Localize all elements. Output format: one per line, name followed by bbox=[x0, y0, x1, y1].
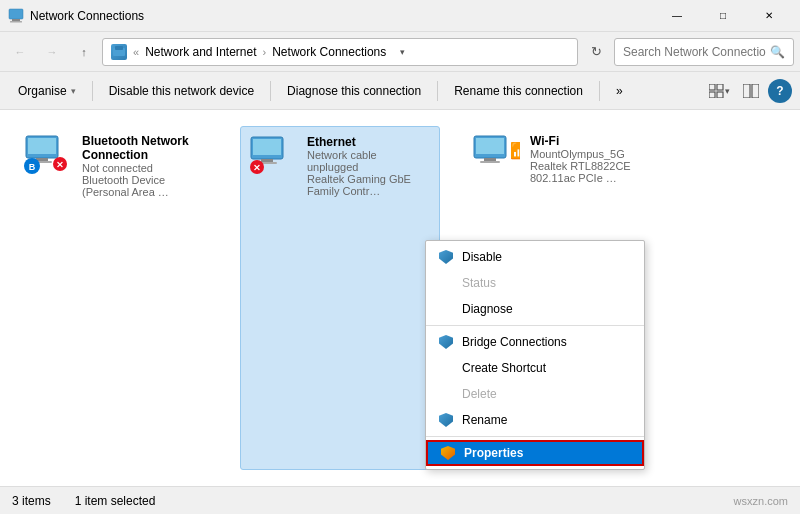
view-toggle-button[interactable]: ▾ bbox=[704, 77, 734, 105]
bluetooth-network-item[interactable]: B ✕ Bluetooth Network Connection Not con… bbox=[16, 126, 216, 470]
ctx-disable-icon bbox=[438, 249, 454, 265]
ctx-status: Status bbox=[426, 270, 644, 296]
toolbar-separator4 bbox=[599, 81, 600, 101]
toolbar-separator1 bbox=[92, 81, 93, 101]
address-field[interactable]: « Network and Internet › Network Connect… bbox=[102, 38, 578, 66]
close-button[interactable]: ✕ bbox=[746, 0, 792, 32]
svg-rect-28 bbox=[480, 161, 500, 163]
breadcrumb-network-internet[interactable]: Network and Internet bbox=[145, 45, 256, 59]
ethernet-item-text: Ethernet Network cable unplugged Realtek… bbox=[307, 135, 431, 197]
toolbar-right: ▾ ? bbox=[704, 77, 792, 105]
wifi-item-status: MountOlympus_5G bbox=[530, 148, 656, 160]
svg-rect-7 bbox=[709, 92, 715, 98]
svg-rect-10 bbox=[752, 84, 759, 98]
ctx-rename[interactable]: Rename bbox=[426, 407, 644, 433]
svg-rect-5 bbox=[709, 84, 715, 90]
ctx-status-icon bbox=[438, 275, 454, 291]
wifi-item-text: Wi-Fi MountOlympus_5G Realtek RTL8822CE … bbox=[530, 134, 656, 184]
bluetooth-icon: B ✕ bbox=[24, 134, 72, 182]
status-right: wsxzn.com bbox=[734, 495, 788, 507]
up-button[interactable]: ↑ bbox=[70, 38, 98, 66]
bluetooth-item-status: Not connected bbox=[82, 162, 208, 174]
search-box[interactable]: 🔍 bbox=[614, 38, 794, 66]
minimize-button[interactable]: — bbox=[654, 0, 700, 32]
svg-rect-8 bbox=[717, 92, 723, 98]
pane-toggle-button[interactable] bbox=[736, 77, 766, 105]
ctx-delete-icon bbox=[438, 386, 454, 402]
svg-rect-12 bbox=[28, 138, 56, 154]
search-input[interactable] bbox=[623, 45, 766, 59]
disable-network-button[interactable]: Disable this network device bbox=[99, 77, 264, 105]
svg-rect-1 bbox=[12, 19, 20, 21]
wifi-item-detail: Realtek RTL8822CE 802.11ac PCIe … bbox=[530, 160, 656, 184]
bluetooth-item-name: Bluetooth Network Connection bbox=[82, 134, 208, 162]
help-button[interactable]: ? bbox=[768, 79, 792, 103]
breadcrumb-separator2: › bbox=[263, 46, 267, 58]
search-icon: 🔍 bbox=[770, 45, 785, 59]
ctx-diagnose-icon bbox=[438, 301, 454, 317]
ctx-separator1 bbox=[426, 325, 644, 326]
organise-button[interactable]: Organise ▾ bbox=[8, 77, 86, 105]
window-controls: — □ ✕ bbox=[654, 0, 792, 32]
ctx-rename-icon bbox=[438, 412, 454, 428]
svg-rect-27 bbox=[484, 158, 496, 161]
back-button[interactable]: ← bbox=[6, 38, 34, 66]
svg-rect-0 bbox=[9, 9, 23, 19]
ethernet-item-name: Ethernet bbox=[307, 135, 431, 149]
address-chevron[interactable]: ▾ bbox=[392, 38, 412, 66]
breadcrumb-network-connections[interactable]: Network Connections bbox=[272, 45, 386, 59]
breadcrumb-icon bbox=[111, 44, 127, 60]
svg-text:✕: ✕ bbox=[56, 160, 64, 170]
ctx-separator2 bbox=[426, 436, 644, 437]
main-content: B ✕ Bluetooth Network Connection Not con… bbox=[0, 110, 800, 486]
svg-rect-20 bbox=[253, 139, 281, 155]
ctx-bridge-connections[interactable]: Bridge Connections bbox=[426, 329, 644, 355]
context-menu: Disable Status Diagnose Bridge Connectio… bbox=[425, 240, 645, 470]
svg-text:📶: 📶 bbox=[510, 141, 520, 160]
svg-rect-26 bbox=[476, 138, 504, 154]
items-count: 3 items bbox=[12, 494, 51, 508]
refresh-button[interactable]: ↻ bbox=[582, 38, 610, 66]
watermark: wsxzn.com bbox=[734, 495, 788, 507]
ethernet-item-status: Network cable unplugged bbox=[307, 149, 431, 173]
window-title: Network Connections bbox=[30, 9, 654, 23]
ctx-bridge-icon bbox=[438, 334, 454, 350]
view-chevron-icon: ▾ bbox=[725, 86, 730, 96]
ctx-create-shortcut[interactable]: Create Shortcut bbox=[426, 355, 644, 381]
svg-rect-9 bbox=[743, 84, 750, 98]
app-icon bbox=[8, 8, 24, 24]
items-selected: 1 item selected bbox=[75, 494, 156, 508]
svg-text:✕: ✕ bbox=[253, 163, 261, 173]
ethernet-item-detail: Realtek Gaming GbE Family Contr… bbox=[307, 173, 431, 197]
diagnose-button[interactable]: Diagnose this connection bbox=[277, 77, 431, 105]
ethernet-icon: ✕ bbox=[249, 135, 297, 183]
rename-connection-button[interactable]: Rename this connection bbox=[444, 77, 593, 105]
bluetooth-item-detail: Bluetooth Device (Personal Area … bbox=[82, 174, 208, 198]
title-bar: Network Connections — □ ✕ bbox=[0, 0, 800, 32]
svg-rect-6 bbox=[717, 84, 723, 90]
wifi-icon: 📶 bbox=[472, 134, 520, 182]
ctx-delete: Delete bbox=[426, 381, 644, 407]
ctx-diagnose[interactable]: Diagnose bbox=[426, 296, 644, 322]
svg-rect-21 bbox=[261, 159, 273, 162]
ctx-properties-icon bbox=[440, 445, 456, 461]
address-bar: ← → ↑ « Network and Internet › Network C… bbox=[0, 32, 800, 72]
ctx-properties[interactable]: Properties bbox=[426, 440, 644, 466]
bluetooth-item-text: Bluetooth Network Connection Not connect… bbox=[82, 134, 208, 198]
ethernet-network-item[interactable]: ✕ Ethernet Network cable unplugged Realt… bbox=[240, 126, 440, 470]
breadcrumb-separator1: « bbox=[133, 46, 139, 58]
ctx-disable[interactable]: Disable bbox=[426, 244, 644, 270]
svg-rect-4 bbox=[115, 46, 123, 50]
ctx-shortcut-icon bbox=[438, 360, 454, 376]
forward-button[interactable]: → bbox=[38, 38, 66, 66]
svg-rect-2 bbox=[10, 21, 22, 23]
organise-chevron: ▾ bbox=[71, 86, 76, 96]
more-options-button[interactable]: » bbox=[606, 77, 633, 105]
svg-text:B: B bbox=[29, 162, 36, 172]
maximize-button[interactable]: □ bbox=[700, 0, 746, 32]
toolbar: Organise ▾ Disable this network device D… bbox=[0, 72, 800, 110]
toolbar-separator3 bbox=[437, 81, 438, 101]
wifi-item-name: Wi-Fi bbox=[530, 134, 656, 148]
status-bar: 3 items 1 item selected wsxzn.com bbox=[0, 486, 800, 514]
toolbar-separator2 bbox=[270, 81, 271, 101]
